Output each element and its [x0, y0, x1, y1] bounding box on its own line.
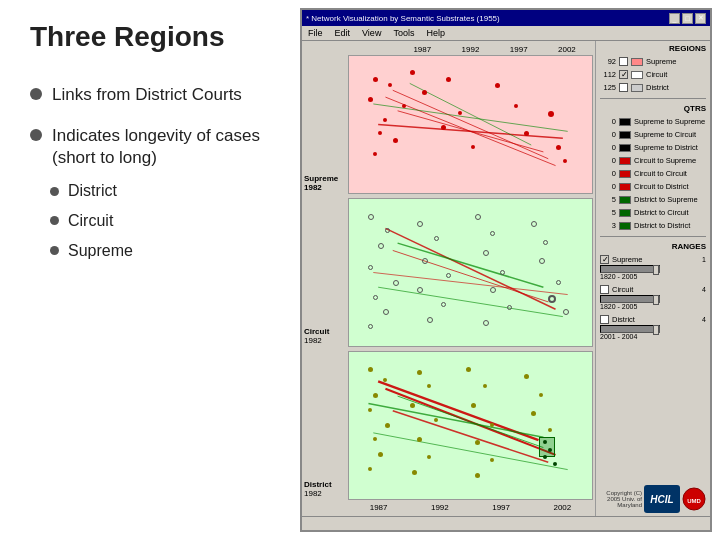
region-circuit-label: Circuit	[646, 70, 667, 79]
range-district-checkbox[interactable]	[600, 315, 609, 324]
dot	[466, 367, 471, 372]
dot	[434, 236, 439, 241]
menu-view[interactable]: View	[360, 27, 383, 39]
bottom-year-2002: 2002	[532, 503, 593, 512]
status-bar	[302, 516, 710, 530]
range-supreme-checkbox[interactable]: ✓	[600, 255, 609, 264]
bullet-text-2: Indicates longevity of cases (short to l…	[52, 125, 280, 171]
dot	[556, 145, 561, 150]
range-district-thumb[interactable]	[653, 325, 659, 335]
maximize-button[interactable]: □	[682, 13, 693, 24]
qtr-c-c-swatch	[619, 170, 631, 178]
main-bullet-list: Links from District Courts Indicates lon…	[30, 84, 280, 288]
region-district-checkbox[interactable]	[619, 83, 628, 92]
svg-line-9	[378, 287, 563, 316]
divider-1	[600, 98, 706, 99]
svg-line-1	[393, 90, 549, 159]
range-district-slider[interactable]	[600, 325, 660, 333]
sub-item-district: District	[50, 180, 133, 202]
qtr-s-c: 0 Supreme to Circuit	[600, 130, 706, 139]
dot	[548, 295, 556, 303]
qtr-d-c-swatch	[619, 209, 631, 217]
qtr-d-d-label: District to District	[634, 221, 690, 230]
dot	[427, 455, 431, 459]
left-panel: Three Regions Links from District Courts…	[0, 0, 300, 540]
district-label-area: District 1982	[304, 351, 348, 500]
range-supreme-slider[interactable]	[600, 265, 660, 273]
year-label-1997: 1997	[495, 45, 543, 54]
svg-line-10	[398, 243, 544, 287]
bullet-dot-1	[30, 88, 42, 100]
supreme-svg	[349, 56, 592, 193]
menu-edit[interactable]: Edit	[333, 27, 353, 39]
network-area: Supreme 1982 1987 1992 1997	[302, 41, 595, 516]
svg-line-4	[373, 104, 567, 131]
close-button[interactable]: ✕	[695, 13, 706, 24]
dot	[383, 118, 387, 122]
menu-tools[interactable]: Tools	[391, 27, 416, 39]
sub-dot-supreme	[50, 246, 59, 255]
region-circuit-num: 112	[600, 70, 616, 79]
qtr-d-s-swatch	[619, 196, 631, 204]
year-label-1982	[350, 45, 398, 54]
menu-file[interactable]: File	[306, 27, 325, 39]
dot	[490, 458, 494, 462]
dot	[471, 145, 475, 149]
qtr-c-d-swatch	[619, 183, 631, 191]
range-circuit-slider[interactable]	[600, 295, 660, 303]
region-supreme-num: 92	[600, 57, 616, 66]
dot	[373, 295, 378, 300]
qtr-c-s: 0 Circuit to Supreme	[600, 156, 706, 165]
qtr-c-s-label: Circuit to Supreme	[634, 156, 696, 165]
minimize-button[interactable]: _	[669, 13, 680, 24]
dot	[410, 70, 415, 75]
range-supreme-name: Supreme	[612, 255, 642, 264]
circuit-label-area: Circuit 1982	[304, 198, 348, 347]
supreme-label: Supreme 1982	[304, 45, 348, 194]
dot	[500, 270, 505, 275]
circuit-row-label: Circuit	[304, 327, 329, 336]
qtr-c-d: 0 Circuit to District	[600, 182, 706, 191]
dot	[422, 258, 428, 264]
region-supreme-swatch	[631, 58, 643, 66]
dot	[427, 317, 433, 323]
range-circuit-checkbox[interactable]	[600, 285, 609, 294]
qtr-s-s-swatch	[619, 118, 631, 126]
circuit-svg	[349, 199, 592, 346]
bullet-dot-2	[30, 129, 42, 141]
qtr-s-d-swatch	[619, 144, 631, 152]
range-supreme-thumb[interactable]	[653, 265, 659, 275]
qtr-s-d-label: Supreme to District	[634, 143, 698, 152]
menu-bar: File Edit View Tools Help	[302, 26, 710, 41]
right-panel: * Network Visualization by Semantic Subs…	[300, 0, 720, 540]
year-label-1987: 1987	[398, 45, 446, 54]
region-supreme-checkbox[interactable]	[619, 57, 628, 66]
range-circuit-name: Circuit	[612, 285, 633, 294]
bottom-year-1992: 1992	[409, 503, 470, 512]
copyright-text: Copyright (C) 2005 Univ. of Maryland	[600, 490, 642, 508]
dot	[563, 159, 567, 163]
dot	[393, 280, 399, 286]
university-logo: UMD	[682, 487, 706, 511]
qtr-d-d: 3 District to District	[600, 221, 706, 230]
dot	[556, 280, 561, 285]
region-supreme-label: Supreme	[646, 57, 676, 66]
divider-2	[600, 236, 706, 237]
qtr-s-s-label: Supreme to Supreme	[634, 117, 705, 126]
menu-help[interactable]: Help	[424, 27, 447, 39]
svg-line-6	[385, 228, 555, 309]
sub-item-supreme: Supreme	[50, 240, 133, 262]
qtr-s-c-num: 0	[600, 130, 616, 139]
range-circuit-thumb[interactable]	[653, 295, 659, 305]
dot	[412, 470, 417, 475]
dot	[507, 305, 512, 310]
dot	[446, 273, 451, 278]
qtr-s-s: 0 Supreme to Supreme	[600, 117, 706, 126]
window-title: * Network Visualization by Semantic Subs…	[306, 14, 500, 23]
bullet-item-2: Indicates longevity of cases (short to l…	[30, 125, 280, 270]
region-circuit-checkbox[interactable]: ✓	[619, 70, 628, 79]
viz-window: * Network Visualization by Semantic Subs…	[300, 8, 712, 532]
sub-dot-circuit	[50, 216, 59, 225]
ranges-title: RANGES	[600, 242, 706, 251]
qtr-d-c: 5 District to Circuit	[600, 208, 706, 217]
